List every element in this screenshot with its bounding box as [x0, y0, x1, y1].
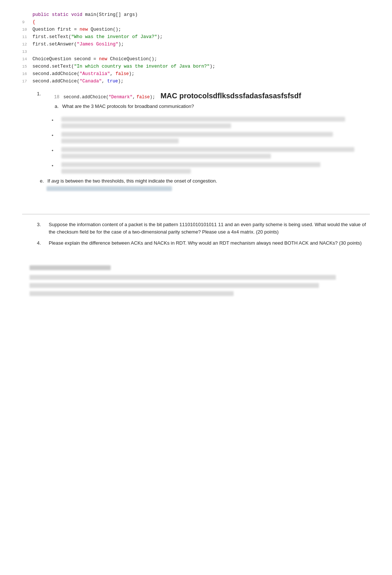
blurred-line-1b	[61, 123, 231, 128]
code-12: first.setAnswer("James Gosling");	[32, 41, 124, 48]
code-line-15: 15 second.setText("In which country was …	[22, 63, 370, 70]
code-10: Question first = new Question();	[32, 26, 121, 33]
question-3-text: Suppose the information content of a pac…	[49, 221, 370, 236]
outer-list: 1. 18 second.addChoice("Denmark", false)…	[37, 90, 370, 110]
question-4: 4. Please explain the difference between…	[37, 239, 370, 247]
code-block: public static void main(String[] args) 9…	[22, 11, 370, 85]
blurred-line-4b	[61, 169, 191, 174]
question-3: 3. Suppose the information content of a …	[37, 221, 370, 236]
blurred-inline-e	[47, 186, 172, 191]
code-16: second.addChoice("Australia", false);	[32, 70, 134, 78]
code-line-16: 16 second.addChoice("Australia", false);	[22, 70, 370, 78]
section-divider	[22, 214, 370, 214]
blurred-section-1: • • • •	[52, 117, 370, 174]
blurred-line-2a	[61, 132, 333, 137]
line-num-16: 16	[22, 71, 32, 78]
code-13	[32, 48, 35, 55]
line-num-17: 17	[22, 78, 32, 85]
item-a-prefix: a.	[55, 103, 59, 109]
question-4-num: 4.	[37, 239, 49, 247]
code-method-sig: public static void main(String[] args)	[32, 11, 138, 18]
mac-heading: MAC protocolsdflksdssfadasfasasfsfsdf	[161, 92, 301, 100]
bottom-blurred-line-2	[30, 283, 319, 288]
code-brace-open: {	[32, 18, 35, 26]
code-line-12: 12 first.setAnswer("James Gosling");	[22, 41, 370, 48]
line-num-9: 9	[22, 19, 32, 26]
code-17: second.addChoice("Canada", true);	[32, 78, 123, 85]
bottom-blurred-line-3	[30, 291, 234, 296]
code-line-14: 14 ChoiceQuestion second = new ChoiceQue…	[22, 55, 370, 63]
code-15: second.setText("In which country was the…	[32, 63, 215, 70]
line-num-14: 14	[22, 56, 32, 63]
code-11: first.setText("Who was the inventor of J…	[32, 33, 163, 41]
blurred-line-4a	[61, 162, 320, 167]
code-line-17: 17 second.addChoice("Canada", true);	[22, 78, 370, 85]
item-e-prefix: e.	[40, 178, 44, 184]
code-14: ChoiceQuestion second = new ChoiceQuesti…	[32, 55, 157, 63]
page-content: public static void main(String[] args) 9…	[22, 11, 370, 296]
item-e-text: If avg is between the two thresholds, th…	[47, 178, 217, 184]
line-num-10: 10	[22, 27, 32, 33]
code-line-13: 13	[22, 48, 370, 55]
blurred-line-3a	[61, 147, 354, 152]
code-line-9: 9 {	[22, 18, 370, 26]
line-num-13: 13	[22, 49, 32, 55]
list-item-a: a. What are the 3 MAC protocols for broa…	[55, 103, 370, 110]
item-a-text: What are the 3 MAC protocols for broadba…	[62, 103, 194, 109]
blurred-line-3b	[61, 154, 271, 159]
list-item-1-num: 1.	[37, 90, 49, 101]
line-num-12: 12	[22, 41, 32, 48]
bottom-blurred-section	[30, 265, 370, 296]
line-num-15: 15	[22, 64, 32, 70]
line-num-11: 11	[22, 34, 32, 41]
blurred-line-1a	[61, 117, 345, 122]
bottom-blurred-title	[30, 265, 111, 270]
question-4-text: Please explain the difference between AC…	[49, 239, 362, 247]
numbered-questions: 3. Suppose the information content of a …	[37, 221, 370, 247]
code-line-11: 11 first.setText("Who was the inventor o…	[22, 33, 370, 41]
item-e-italic: avg	[51, 178, 59, 184]
list-item-1: 1. 18 second.addChoice("Denmark", false)…	[37, 90, 370, 101]
blurred-line-2b	[61, 139, 179, 143]
code-line-10: 10 Question first = new Question();	[22, 26, 370, 33]
list-item-e: e. If avg is between the two thresholds,…	[40, 177, 370, 192]
question-3-num: 3.	[37, 221, 49, 236]
bottom-blurred-line-1	[30, 275, 336, 280]
code-line-method: public static void main(String[] args)	[22, 11, 370, 18]
list-item-1-content: 18 second.addChoice("Denmark", false); M…	[49, 90, 301, 101]
